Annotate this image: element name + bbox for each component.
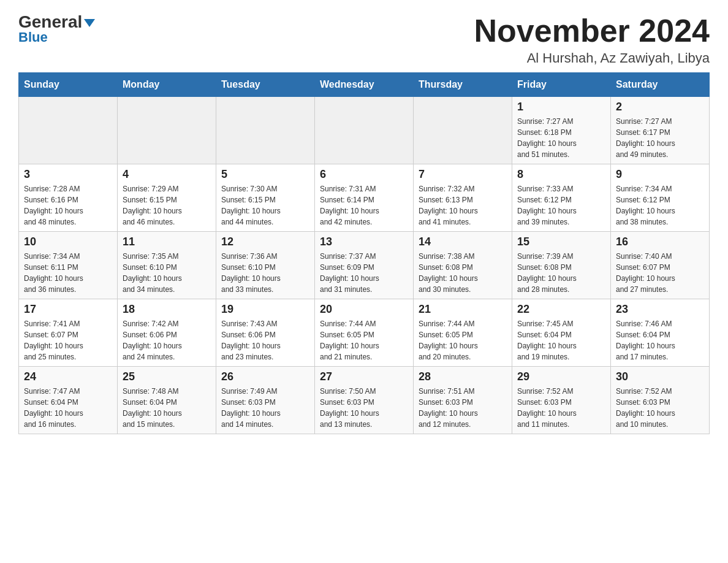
day-number: 2	[616, 101, 704, 113]
day-info: Sunrise: 7:41 AMSunset: 6:07 PMDaylight:…	[24, 318, 112, 362]
calendar-cell: 7Sunrise: 7:32 AMSunset: 6:13 PMDaylight…	[414, 164, 512, 232]
day-number: 8	[517, 168, 605, 181]
day-number: 3	[24, 168, 112, 181]
calendar-cell: 13Sunrise: 7:37 AMSunset: 6:09 PMDayligh…	[315, 232, 414, 299]
calendar-cell: 4Sunrise: 7:29 AMSunset: 6:15 PMDaylight…	[118, 164, 216, 232]
day-info: Sunrise: 7:50 AMSunset: 6:03 PMDaylight:…	[320, 386, 408, 430]
calendar-cell	[315, 97, 414, 164]
col-monday: Monday	[118, 73, 216, 97]
calendar-cell: 23Sunrise: 7:46 AMSunset: 6:04 PMDayligh…	[611, 299, 710, 367]
col-wednesday: Wednesday	[315, 73, 414, 97]
calendar-cell: 15Sunrise: 7:39 AMSunset: 6:08 PMDayligh…	[512, 232, 611, 299]
day-info: Sunrise: 7:33 AMSunset: 6:12 PMDaylight:…	[517, 183, 605, 228]
day-number: 17	[24, 303, 112, 316]
calendar-cell: 20Sunrise: 7:44 AMSunset: 6:05 PMDayligh…	[315, 299, 414, 367]
calendar-cell: 22Sunrise: 7:45 AMSunset: 6:04 PMDayligh…	[512, 299, 611, 367]
day-number: 22	[517, 303, 605, 316]
day-number: 12	[221, 236, 309, 248]
day-info: Sunrise: 7:34 AMSunset: 6:11 PMDaylight:…	[24, 251, 112, 295]
day-info: Sunrise: 7:48 AMSunset: 6:04 PMDaylight:…	[123, 386, 211, 430]
calendar-cell	[118, 97, 216, 164]
calendar-cell: 3Sunrise: 7:28 AMSunset: 6:16 PMDaylight…	[19, 164, 118, 232]
day-info: Sunrise: 7:39 AMSunset: 6:08 PMDaylight:…	[517, 251, 605, 295]
logo-sub: Blue	[18, 29, 48, 45]
day-info: Sunrise: 7:35 AMSunset: 6:10 PMDaylight:…	[123, 251, 211, 295]
calendar-cell: 8Sunrise: 7:33 AMSunset: 6:12 PMDaylight…	[512, 164, 611, 232]
day-number: 4	[123, 168, 211, 181]
calendar-cell	[19, 97, 118, 164]
calendar-table: Sunday Monday Tuesday Wednesday Thursday…	[18, 72, 710, 434]
calendar-week-row: 17Sunrise: 7:41 AMSunset: 6:07 PMDayligh…	[19, 299, 710, 367]
calendar-cell: 18Sunrise: 7:42 AMSunset: 6:06 PMDayligh…	[118, 299, 216, 367]
calendar-week-row: 10Sunrise: 7:34 AMSunset: 6:11 PMDayligh…	[19, 232, 710, 299]
day-info: Sunrise: 7:49 AMSunset: 6:03 PMDaylight:…	[221, 386, 309, 430]
calendar-cell: 19Sunrise: 7:43 AMSunset: 6:06 PMDayligh…	[216, 299, 315, 367]
calendar-cell: 21Sunrise: 7:44 AMSunset: 6:05 PMDayligh…	[414, 299, 512, 367]
day-info: Sunrise: 7:31 AMSunset: 6:14 PMDaylight:…	[320, 183, 408, 228]
calendar-week-row: 24Sunrise: 7:47 AMSunset: 6:04 PMDayligh…	[19, 367, 710, 434]
col-friday: Friday	[512, 73, 611, 97]
day-info: Sunrise: 7:32 AMSunset: 6:13 PMDaylight:…	[419, 183, 507, 228]
day-number: 29	[517, 370, 605, 383]
day-info: Sunrise: 7:30 AMSunset: 6:15 PMDaylight:…	[221, 183, 309, 228]
day-info: Sunrise: 7:51 AMSunset: 6:03 PMDaylight:…	[419, 386, 507, 430]
calendar-cell: 5Sunrise: 7:30 AMSunset: 6:15 PMDaylight…	[216, 164, 315, 232]
day-info: Sunrise: 7:28 AMSunset: 6:16 PMDaylight:…	[24, 183, 112, 228]
calendar-cell: 11Sunrise: 7:35 AMSunset: 6:10 PMDayligh…	[118, 232, 216, 299]
logo: General Blue	[18, 12, 95, 45]
day-info: Sunrise: 7:27 AMSunset: 6:17 PMDaylight:…	[616, 116, 704, 160]
page-header: General Blue November 2024 Al Hurshah, A…	[18, 12, 710, 66]
calendar-cell: 28Sunrise: 7:51 AMSunset: 6:03 PMDayligh…	[414, 367, 512, 434]
calendar-cell: 10Sunrise: 7:34 AMSunset: 6:11 PMDayligh…	[19, 232, 118, 299]
day-number: 7	[419, 168, 507, 181]
day-number: 15	[517, 236, 605, 248]
calendar-cell	[414, 97, 512, 164]
calendar-header-row: Sunday Monday Tuesday Wednesday Thursday…	[19, 73, 710, 97]
day-number: 25	[123, 370, 211, 383]
calendar-cell: 17Sunrise: 7:41 AMSunset: 6:07 PMDayligh…	[19, 299, 118, 367]
calendar-subtitle: Al Hurshah, Az Zawiyah, Libya	[474, 50, 710, 66]
calendar-cell: 30Sunrise: 7:52 AMSunset: 6:03 PMDayligh…	[611, 367, 710, 434]
day-info: Sunrise: 7:46 AMSunset: 6:04 PMDaylight:…	[616, 318, 704, 362]
day-info: Sunrise: 7:36 AMSunset: 6:10 PMDaylight:…	[221, 251, 309, 295]
calendar-week-row: 1Sunrise: 7:27 AMSunset: 6:18 PMDaylight…	[19, 97, 710, 164]
calendar-cell: 12Sunrise: 7:36 AMSunset: 6:10 PMDayligh…	[216, 232, 315, 299]
calendar-cell: 29Sunrise: 7:52 AMSunset: 6:03 PMDayligh…	[512, 367, 611, 434]
day-number: 30	[616, 370, 704, 383]
calendar-cell: 9Sunrise: 7:34 AMSunset: 6:12 PMDaylight…	[611, 164, 710, 232]
day-number: 23	[616, 303, 704, 316]
day-number: 13	[320, 236, 408, 248]
calendar-cell: 16Sunrise: 7:40 AMSunset: 6:07 PMDayligh…	[611, 232, 710, 299]
day-info: Sunrise: 7:42 AMSunset: 6:06 PMDaylight:…	[123, 318, 211, 362]
day-info: Sunrise: 7:37 AMSunset: 6:09 PMDaylight:…	[320, 251, 408, 295]
day-number: 14	[419, 236, 507, 248]
day-info: Sunrise: 7:38 AMSunset: 6:08 PMDaylight:…	[419, 251, 507, 295]
day-number: 1	[517, 101, 605, 113]
calendar-title: November 2024	[474, 12, 710, 49]
col-sunday: Sunday	[19, 73, 118, 97]
calendar-cell: 24Sunrise: 7:47 AMSunset: 6:04 PMDayligh…	[19, 367, 118, 434]
day-number: 9	[616, 168, 704, 181]
day-info: Sunrise: 7:40 AMSunset: 6:07 PMDaylight:…	[616, 251, 704, 295]
day-number: 5	[221, 168, 309, 181]
day-number: 28	[419, 370, 507, 383]
day-number: 20	[320, 303, 408, 316]
calendar-cell: 26Sunrise: 7:49 AMSunset: 6:03 PMDayligh…	[216, 367, 315, 434]
calendar-cell: 2Sunrise: 7:27 AMSunset: 6:17 PMDaylight…	[611, 97, 710, 164]
day-info: Sunrise: 7:34 AMSunset: 6:12 PMDaylight:…	[616, 183, 704, 228]
col-tuesday: Tuesday	[216, 73, 315, 97]
day-info: Sunrise: 7:45 AMSunset: 6:04 PMDaylight:…	[517, 318, 605, 362]
day-info: Sunrise: 7:44 AMSunset: 6:05 PMDaylight:…	[320, 318, 408, 362]
calendar-cell: 25Sunrise: 7:48 AMSunset: 6:04 PMDayligh…	[118, 367, 216, 434]
col-thursday: Thursday	[414, 73, 512, 97]
calendar-cell	[216, 97, 315, 164]
day-info: Sunrise: 7:52 AMSunset: 6:03 PMDaylight:…	[616, 386, 704, 430]
day-number: 11	[123, 236, 211, 248]
calendar-cell: 6Sunrise: 7:31 AMSunset: 6:14 PMDaylight…	[315, 164, 414, 232]
day-number: 24	[24, 370, 112, 383]
day-info: Sunrise: 7:29 AMSunset: 6:15 PMDaylight:…	[123, 183, 211, 228]
day-info: Sunrise: 7:52 AMSunset: 6:03 PMDaylight:…	[517, 386, 605, 430]
day-number: 18	[123, 303, 211, 316]
day-info: Sunrise: 7:44 AMSunset: 6:05 PMDaylight:…	[419, 318, 507, 362]
day-info: Sunrise: 7:47 AMSunset: 6:04 PMDaylight:…	[24, 386, 112, 430]
